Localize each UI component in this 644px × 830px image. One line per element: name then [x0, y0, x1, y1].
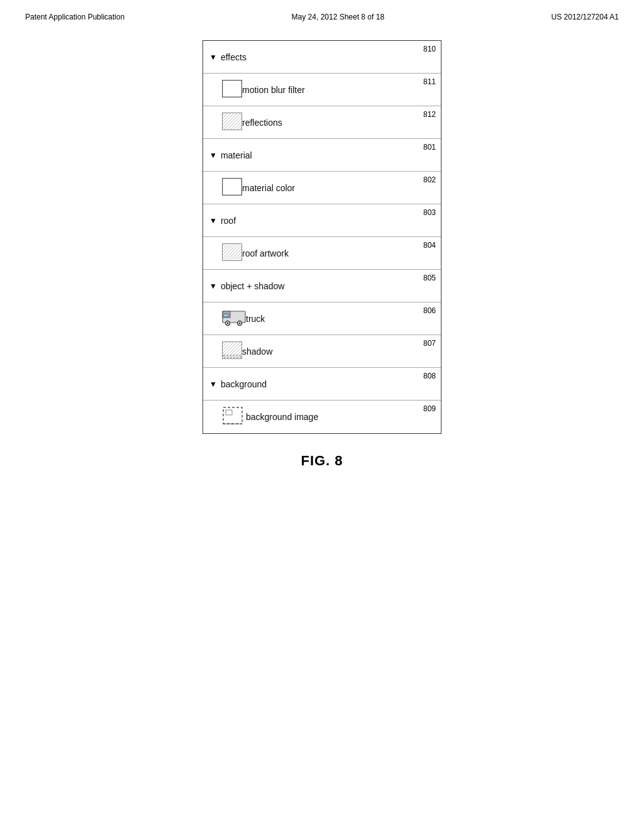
layer-row-805[interactable]: 805▼ object + shadow — [203, 270, 441, 302]
row-number-809: 809 — [423, 404, 436, 413]
row-label-807: shadow — [242, 346, 272, 357]
row-number-805: 805 — [423, 274, 436, 282]
row-label-810: effects — [221, 52, 247, 62]
svg-rect-3 — [223, 113, 242, 130]
row-number-803: 803 — [423, 208, 436, 217]
row-number-806: 806 — [423, 306, 436, 315]
row-label-809: background image — [246, 412, 318, 422]
row-number-802: 802 — [423, 175, 436, 184]
main-content: 810▼ effects811 motion blur filter812 re… — [0, 28, 644, 469]
row-number-811: 811 — [423, 77, 436, 86]
svg-rect-21 — [223, 342, 242, 359]
row-label-805: object + shadow — [221, 281, 285, 291]
layer-row-809[interactable]: 809 background image — [203, 401, 441, 433]
row-number-812: 812 — [423, 110, 436, 119]
row-icon-807 — [222, 341, 242, 361]
row-label-803: roof — [221, 216, 236, 226]
header-left: Patent Application Publication — [25, 13, 125, 21]
expand-triangle-801[interactable]: ▼ — [209, 151, 217, 160]
row-icon-809 — [222, 406, 246, 428]
row-icon-802 — [222, 178, 242, 197]
expand-triangle-803[interactable]: ▼ — [209, 216, 217, 225]
layer-row-812[interactable]: 812 reflections — [203, 106, 441, 139]
layer-row-804[interactable]: 804 roof artwork — [203, 237, 441, 270]
layer-row-811[interactable]: 811 motion blur filter — [203, 74, 441, 106]
row-icon-806 — [222, 309, 246, 328]
layer-panel: 810▼ effects811 motion blur filter812 re… — [203, 40, 441, 434]
row-label-808: background — [221, 379, 267, 389]
expand-triangle-805[interactable]: ▼ — [209, 282, 217, 290]
svg-rect-11 — [223, 244, 242, 261]
layer-row-803[interactable]: 803▼ roof — [203, 204, 441, 237]
layer-row-806[interactable]: 806 truck — [203, 302, 441, 335]
svg-point-19 — [239, 323, 241, 324]
layer-row-810[interactable]: 810▼ effects — [203, 41, 441, 74]
layer-row-807[interactable]: 807 shadow — [203, 335, 441, 368]
header-right: US 2012/127204 A1 — [552, 13, 619, 21]
row-number-804: 804 — [423, 241, 436, 250]
layer-row-808[interactable]: 808▼ background — [203, 368, 441, 401]
layer-row-802[interactable]: 802 material color — [203, 172, 441, 204]
expand-triangle-810[interactable]: ▼ — [209, 53, 217, 62]
header-center: May 24, 2012 Sheet 8 of 18 — [292, 13, 384, 21]
row-number-801: 801 — [423, 143, 436, 152]
svg-rect-20 — [223, 314, 228, 317]
figure-caption: FIG. 8 — [301, 453, 343, 469]
layer-row-801[interactable]: 801▼ material — [203, 139, 441, 172]
row-icon-804 — [222, 243, 242, 263]
svg-rect-26 — [226, 410, 232, 415]
row-label-801: material — [221, 150, 252, 160]
row-icon-811 — [222, 80, 242, 99]
row-icon-812 — [222, 113, 242, 132]
row-number-808: 808 — [423, 372, 436, 380]
row-label-806: truck — [246, 314, 265, 324]
svg-point-17 — [227, 323, 229, 324]
svg-rect-7 — [223, 179, 242, 196]
row-label-811: motion blur filter — [242, 85, 305, 95]
row-label-804: roof artwork — [242, 248, 289, 258]
row-number-810: 810 — [423, 45, 436, 53]
row-number-807: 807 — [423, 339, 436, 348]
row-label-812: reflections — [242, 118, 282, 128]
svg-rect-2 — [223, 80, 242, 97]
row-label-802: material color — [242, 183, 295, 193]
expand-triangle-808[interactable]: ▼ — [209, 380, 217, 389]
patent-header: Patent Application Publication May 24, 2… — [0, 0, 644, 28]
